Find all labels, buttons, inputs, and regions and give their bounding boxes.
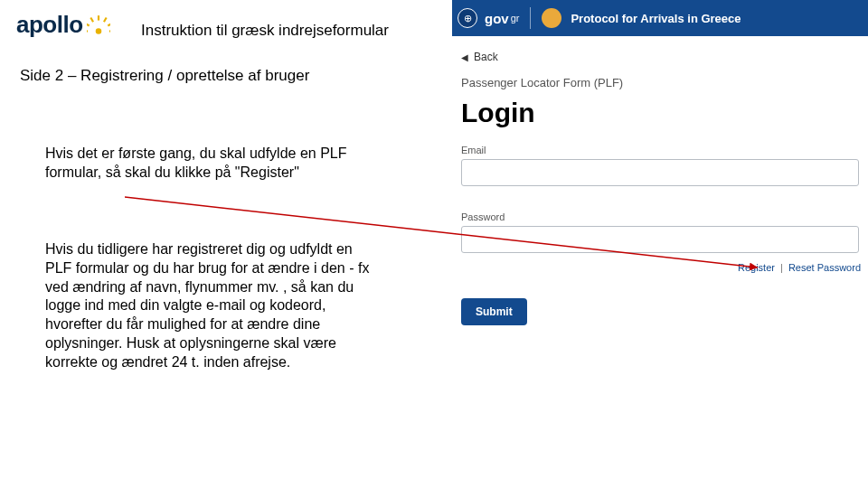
gov-suffix: gr <box>511 13 520 23</box>
form-title: Passenger Locator Form (PLF) <box>461 76 623 89</box>
plf-screenshot: ⊕ gov gr Protocol for Arrivals in Greece… <box>452 0 868 488</box>
back-label: Back <box>474 51 498 63</box>
gov-label: gov <box>485 11 509 26</box>
banner-separator <box>530 7 531 29</box>
svg-point-0 <box>95 28 101 34</box>
password-label: Password <box>461 211 505 222</box>
login-heading: Login <box>461 98 535 128</box>
svg-rect-2 <box>103 16 108 22</box>
apollo-logo: apollo <box>16 11 110 39</box>
instruction-paragraph-1: Hvis det er første gang, du skal udfylde… <box>45 145 371 183</box>
reset-password-link[interactable]: Reset Password <box>788 262 861 273</box>
page-title: Side 2 – Registrering / oprettelse af br… <box>20 67 309 85</box>
link-separator: | <box>780 262 783 273</box>
password-field[interactable] <box>461 226 859 253</box>
instruction-paragraph-2: Hvis du tidligere har registreret dig og… <box>45 240 371 372</box>
greece-emblem-icon: ⊕ <box>458 8 477 28</box>
svg-rect-3 <box>90 16 94 22</box>
civil-protection-icon <box>542 8 561 28</box>
back-link[interactable]: ◀ Back <box>461 51 498 63</box>
apollo-wordmark: apollo <box>16 11 83 39</box>
svg-rect-6 <box>108 30 109 32</box>
svg-rect-4 <box>107 22 109 26</box>
svg-rect-1 <box>97 15 99 20</box>
banner-tagline: Protocol for Arrivals in Greece <box>571 12 741 25</box>
chevron-left-icon: ◀ <box>461 52 468 62</box>
svg-rect-7 <box>87 30 88 32</box>
instruction-title: Instruktion til græsk indrejseformular <box>141 22 389 40</box>
submit-button[interactable]: Submit <box>461 298 527 325</box>
svg-rect-5 <box>87 22 90 26</box>
auth-links: Register | Reset Password <box>738 262 861 273</box>
email-label: Email <box>461 145 486 155</box>
gov-banner: ⊕ gov gr Protocol for Arrivals in Greece <box>452 0 868 36</box>
register-link[interactable]: Register <box>738 262 775 273</box>
email-field[interactable] <box>461 159 859 186</box>
sun-icon <box>87 14 110 37</box>
instruction-panel: apollo Instruktion til græsk indrejsefor… <box>0 0 443 488</box>
